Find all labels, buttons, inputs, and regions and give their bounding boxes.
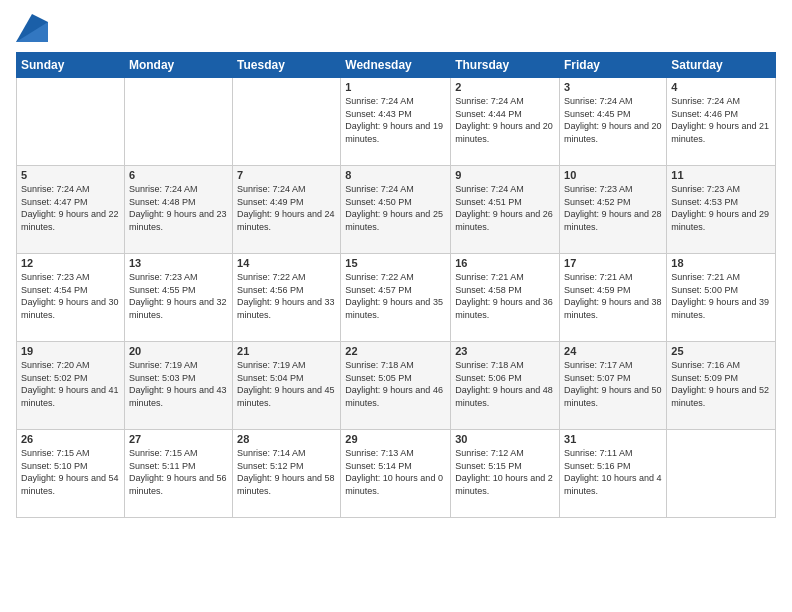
calendar-cell: 18Sunrise: 7:21 AMSunset: 5:00 PMDayligh… bbox=[667, 254, 776, 342]
calendar-week-row: 12Sunrise: 7:23 AMSunset: 4:54 PMDayligh… bbox=[17, 254, 776, 342]
day-number: 3 bbox=[564, 81, 662, 93]
calendar-cell: 19Sunrise: 7:20 AMSunset: 5:02 PMDayligh… bbox=[17, 342, 125, 430]
calendar-cell: 11Sunrise: 7:23 AMSunset: 4:53 PMDayligh… bbox=[667, 166, 776, 254]
day-number: 15 bbox=[345, 257, 446, 269]
day-number: 2 bbox=[455, 81, 555, 93]
day-number: 20 bbox=[129, 345, 228, 357]
day-number: 11 bbox=[671, 169, 771, 181]
calendar-cell: 30Sunrise: 7:12 AMSunset: 5:15 PMDayligh… bbox=[451, 430, 560, 518]
day-info: Sunrise: 7:12 AMSunset: 5:15 PMDaylight:… bbox=[455, 447, 555, 497]
day-info: Sunrise: 7:24 AMSunset: 4:48 PMDaylight:… bbox=[129, 183, 228, 233]
day-number: 14 bbox=[237, 257, 336, 269]
day-info: Sunrise: 7:17 AMSunset: 5:07 PMDaylight:… bbox=[564, 359, 662, 409]
calendar-cell bbox=[233, 78, 341, 166]
day-number: 4 bbox=[671, 81, 771, 93]
calendar-cell: 3Sunrise: 7:24 AMSunset: 4:45 PMDaylight… bbox=[560, 78, 667, 166]
logo bbox=[16, 12, 52, 42]
calendar-cell: 27Sunrise: 7:15 AMSunset: 5:11 PMDayligh… bbox=[124, 430, 232, 518]
calendar-cell: 5Sunrise: 7:24 AMSunset: 4:47 PMDaylight… bbox=[17, 166, 125, 254]
day-number: 21 bbox=[237, 345, 336, 357]
calendar-cell: 1Sunrise: 7:24 AMSunset: 4:43 PMDaylight… bbox=[341, 78, 451, 166]
calendar-header-tuesday: Tuesday bbox=[233, 53, 341, 78]
day-info: Sunrise: 7:22 AMSunset: 4:57 PMDaylight:… bbox=[345, 271, 446, 321]
calendar-cell: 31Sunrise: 7:11 AMSunset: 5:16 PMDayligh… bbox=[560, 430, 667, 518]
calendar-cell: 2Sunrise: 7:24 AMSunset: 4:44 PMDaylight… bbox=[451, 78, 560, 166]
day-info: Sunrise: 7:24 AMSunset: 4:51 PMDaylight:… bbox=[455, 183, 555, 233]
day-number: 12 bbox=[21, 257, 120, 269]
calendar-cell: 13Sunrise: 7:23 AMSunset: 4:55 PMDayligh… bbox=[124, 254, 232, 342]
day-info: Sunrise: 7:21 AMSunset: 4:58 PMDaylight:… bbox=[455, 271, 555, 321]
calendar-table: SundayMondayTuesdayWednesdayThursdayFrid… bbox=[16, 52, 776, 518]
day-number: 17 bbox=[564, 257, 662, 269]
day-info: Sunrise: 7:18 AMSunset: 5:06 PMDaylight:… bbox=[455, 359, 555, 409]
day-info: Sunrise: 7:11 AMSunset: 5:16 PMDaylight:… bbox=[564, 447, 662, 497]
calendar-cell: 22Sunrise: 7:18 AMSunset: 5:05 PMDayligh… bbox=[341, 342, 451, 430]
day-info: Sunrise: 7:23 AMSunset: 4:53 PMDaylight:… bbox=[671, 183, 771, 233]
calendar-cell bbox=[667, 430, 776, 518]
day-info: Sunrise: 7:24 AMSunset: 4:44 PMDaylight:… bbox=[455, 95, 555, 145]
calendar-cell: 24Sunrise: 7:17 AMSunset: 5:07 PMDayligh… bbox=[560, 342, 667, 430]
calendar-cell: 8Sunrise: 7:24 AMSunset: 4:50 PMDaylight… bbox=[341, 166, 451, 254]
day-info: Sunrise: 7:24 AMSunset: 4:46 PMDaylight:… bbox=[671, 95, 771, 145]
day-info: Sunrise: 7:24 AMSunset: 4:47 PMDaylight:… bbox=[21, 183, 120, 233]
day-info: Sunrise: 7:19 AMSunset: 5:04 PMDaylight:… bbox=[237, 359, 336, 409]
day-number: 27 bbox=[129, 433, 228, 445]
logo-icon bbox=[16, 14, 48, 42]
day-info: Sunrise: 7:24 AMSunset: 4:49 PMDaylight:… bbox=[237, 183, 336, 233]
day-info: Sunrise: 7:19 AMSunset: 5:03 PMDaylight:… bbox=[129, 359, 228, 409]
day-info: Sunrise: 7:23 AMSunset: 4:54 PMDaylight:… bbox=[21, 271, 120, 321]
calendar-cell: 7Sunrise: 7:24 AMSunset: 4:49 PMDaylight… bbox=[233, 166, 341, 254]
day-info: Sunrise: 7:23 AMSunset: 4:52 PMDaylight:… bbox=[564, 183, 662, 233]
day-number: 31 bbox=[564, 433, 662, 445]
day-info: Sunrise: 7:20 AMSunset: 5:02 PMDaylight:… bbox=[21, 359, 120, 409]
day-number: 28 bbox=[237, 433, 336, 445]
day-number: 29 bbox=[345, 433, 446, 445]
calendar-header-saturday: Saturday bbox=[667, 53, 776, 78]
day-info: Sunrise: 7:18 AMSunset: 5:05 PMDaylight:… bbox=[345, 359, 446, 409]
day-number: 5 bbox=[21, 169, 120, 181]
calendar-cell: 15Sunrise: 7:22 AMSunset: 4:57 PMDayligh… bbox=[341, 254, 451, 342]
day-info: Sunrise: 7:21 AMSunset: 5:00 PMDaylight:… bbox=[671, 271, 771, 321]
day-info: Sunrise: 7:15 AMSunset: 5:10 PMDaylight:… bbox=[21, 447, 120, 497]
day-number: 19 bbox=[21, 345, 120, 357]
calendar-cell: 9Sunrise: 7:24 AMSunset: 4:51 PMDaylight… bbox=[451, 166, 560, 254]
calendar-cell: 10Sunrise: 7:23 AMSunset: 4:52 PMDayligh… bbox=[560, 166, 667, 254]
calendar-cell: 16Sunrise: 7:21 AMSunset: 4:58 PMDayligh… bbox=[451, 254, 560, 342]
calendar-cell: 25Sunrise: 7:16 AMSunset: 5:09 PMDayligh… bbox=[667, 342, 776, 430]
day-number: 13 bbox=[129, 257, 228, 269]
calendar-week-row: 26Sunrise: 7:15 AMSunset: 5:10 PMDayligh… bbox=[17, 430, 776, 518]
day-number: 16 bbox=[455, 257, 555, 269]
calendar-cell: 14Sunrise: 7:22 AMSunset: 4:56 PMDayligh… bbox=[233, 254, 341, 342]
calendar-cell bbox=[17, 78, 125, 166]
day-number: 10 bbox=[564, 169, 662, 181]
calendar-week-row: 19Sunrise: 7:20 AMSunset: 5:02 PMDayligh… bbox=[17, 342, 776, 430]
day-info: Sunrise: 7:14 AMSunset: 5:12 PMDaylight:… bbox=[237, 447, 336, 497]
calendar-header-sunday: Sunday bbox=[17, 53, 125, 78]
day-number: 30 bbox=[455, 433, 555, 445]
day-number: 6 bbox=[129, 169, 228, 181]
day-info: Sunrise: 7:24 AMSunset: 4:45 PMDaylight:… bbox=[564, 95, 662, 145]
day-number: 24 bbox=[564, 345, 662, 357]
calendar-header-wednesday: Wednesday bbox=[341, 53, 451, 78]
calendar-cell: 26Sunrise: 7:15 AMSunset: 5:10 PMDayligh… bbox=[17, 430, 125, 518]
day-info: Sunrise: 7:13 AMSunset: 5:14 PMDaylight:… bbox=[345, 447, 446, 497]
calendar-cell: 23Sunrise: 7:18 AMSunset: 5:06 PMDayligh… bbox=[451, 342, 560, 430]
header bbox=[16, 12, 776, 42]
calendar-cell: 6Sunrise: 7:24 AMSunset: 4:48 PMDaylight… bbox=[124, 166, 232, 254]
day-info: Sunrise: 7:21 AMSunset: 4:59 PMDaylight:… bbox=[564, 271, 662, 321]
page: SundayMondayTuesdayWednesdayThursdayFrid… bbox=[0, 0, 792, 612]
calendar-header-monday: Monday bbox=[124, 53, 232, 78]
calendar-cell: 29Sunrise: 7:13 AMSunset: 5:14 PMDayligh… bbox=[341, 430, 451, 518]
calendar-cell: 12Sunrise: 7:23 AMSunset: 4:54 PMDayligh… bbox=[17, 254, 125, 342]
day-number: 25 bbox=[671, 345, 771, 357]
day-number: 26 bbox=[21, 433, 120, 445]
day-info: Sunrise: 7:23 AMSunset: 4:55 PMDaylight:… bbox=[129, 271, 228, 321]
calendar-header-row: SundayMondayTuesdayWednesdayThursdayFrid… bbox=[17, 53, 776, 78]
day-number: 7 bbox=[237, 169, 336, 181]
calendar-cell: 17Sunrise: 7:21 AMSunset: 4:59 PMDayligh… bbox=[560, 254, 667, 342]
calendar-cell: 28Sunrise: 7:14 AMSunset: 5:12 PMDayligh… bbox=[233, 430, 341, 518]
calendar-header-friday: Friday bbox=[560, 53, 667, 78]
day-number: 22 bbox=[345, 345, 446, 357]
day-number: 8 bbox=[345, 169, 446, 181]
day-info: Sunrise: 7:24 AMSunset: 4:43 PMDaylight:… bbox=[345, 95, 446, 145]
